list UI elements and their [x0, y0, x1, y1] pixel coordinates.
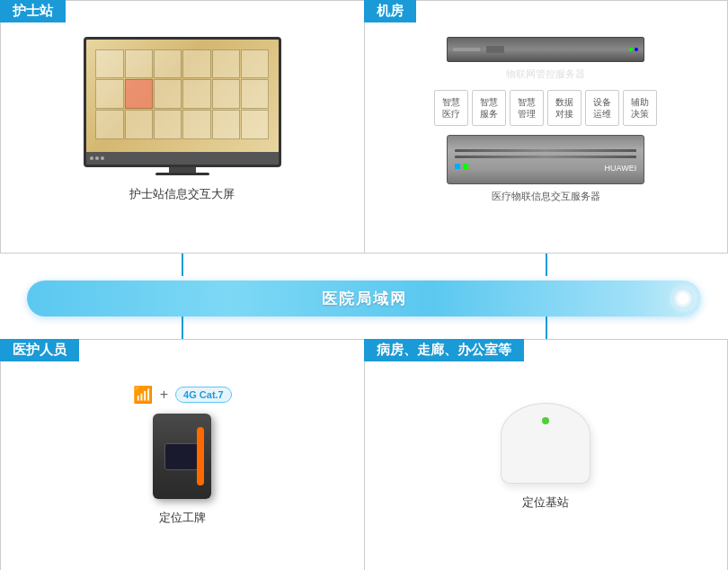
- server-brand: HUAWEI: [605, 164, 637, 173]
- network-bar-text: 医院局域网: [322, 289, 407, 309]
- base-station: [501, 403, 590, 484]
- floor-cell-7: [95, 79, 123, 109]
- server-light-1: [629, 48, 633, 51]
- top-row: 护士站: [0, 0, 728, 254]
- floor-cell-15: [154, 110, 182, 139]
- badge-area: 📶 + 4G Cat.7: [133, 385, 232, 499]
- screen-inner: [86, 40, 279, 152]
- bar-dot-1: [90, 156, 93, 160]
- rooms-label: 病房、走廊、办公室等: [364, 339, 524, 361]
- bottom-row: 医护人员 📶 + 4G Cat.7 定位工牌 病房、走廊、办公: [0, 339, 728, 570]
- floor-cell-17: [212, 110, 240, 139]
- server-lights-row: HUAWEI: [455, 164, 636, 173]
- feature-box-1: 智慧医疗: [434, 90, 468, 126]
- machine-panel-content: 物联网管控服务器 智慧医疗 智慧服务 智慧管理 数据对接 设备运维 辅助决策: [365, 1, 728, 253]
- conn-right-top: [364, 254, 728, 281]
- location-panel-content: 定位基站: [365, 340, 728, 570]
- server-light-sq-2: [463, 164, 468, 169]
- right-vertical-line-top: [546, 254, 547, 276]
- conn-right-bottom: [364, 316, 728, 339]
- feature-box-2: 智慧服务: [472, 90, 506, 126]
- iot-server-label: 物联网管控服务器: [506, 67, 585, 81]
- machine-room-panel: 机房 物联网管控服务器 智慧医疗 智慧服务 智慧管理 数: [364, 0, 729, 254]
- floor-cell-16: [182, 110, 210, 139]
- network-bar-row: 医院局域网: [0, 281, 728, 316]
- machine-room-label: 机房: [364, 0, 416, 22]
- floor-cell-5: [212, 49, 240, 79]
- nurse-screen-device: [84, 37, 281, 167]
- nurse-device-label: 护士站信息交互大屏: [129, 186, 235, 202]
- floor-cell-18: [241, 110, 269, 139]
- right-vertical-line-bottom: [546, 316, 547, 339]
- floor-cell-12: [241, 79, 269, 109]
- floor-cell-11: [212, 79, 240, 109]
- rooms-device-label: 定位基站: [522, 494, 569, 511]
- floor-cell-4: [182, 49, 210, 79]
- nurse-station-label: 护士站: [0, 0, 66, 22]
- left-vertical-line-bottom: [182, 316, 183, 339]
- bar-dot-2: [95, 156, 99, 160]
- screen-bottom-bar: [86, 152, 279, 165]
- medical-panel-content: 📶 + 4G Cat.7 定位工牌: [1, 340, 364, 570]
- badge-screen: [164, 443, 200, 470]
- network-bar: 医院局域网: [27, 281, 701, 316]
- floor-cell-13: [95, 110, 123, 139]
- medical-staff-label: 医护人员: [0, 339, 79, 361]
- floor-cell-14: [125, 110, 153, 139]
- floor-grid: [95, 49, 269, 139]
- server-handle: [453, 48, 480, 51]
- feature-box-6: 辅助决策: [623, 90, 657, 126]
- feature-box-5: 设备运维: [585, 90, 619, 126]
- nurse-station-panel: 护士站: [0, 0, 364, 254]
- medical-server-label: 医疗物联信息交互服务器: [492, 190, 600, 203]
- conn-left-bottom: [0, 316, 364, 339]
- floor-cell-3: [154, 49, 182, 79]
- bottom-connectors: [0, 316, 728, 339]
- conn-left-top: [0, 254, 364, 281]
- badge-icons-row: 📶 + 4G Cat.7: [133, 385, 232, 405]
- main-container: 护士站: [0, 0, 728, 570]
- medical-staff-device-label: 定位工牌: [159, 510, 206, 526]
- floor-cell-1: [95, 49, 123, 79]
- server-drive: [486, 46, 504, 53]
- id-badge: [153, 414, 211, 499]
- server-stripe-2: [455, 156, 636, 158]
- floor-plan: [86, 49, 279, 152]
- server-lights: [629, 48, 638, 51]
- iot-server-top: [447, 37, 644, 62]
- feature-box-3: 智慧管理: [510, 90, 544, 126]
- base-station-light: [542, 417, 549, 424]
- bluetooth-icon: 📶: [133, 385, 153, 405]
- floor-cell-10: [182, 79, 210, 109]
- floor-cell-2: [125, 49, 153, 79]
- feature-box-4: 数据对接: [547, 90, 582, 126]
- server-stripe-1: [455, 149, 636, 152]
- medical-staff-panel: 医护人员 📶 + 4G Cat.7 定位工牌: [0, 339, 364, 570]
- network-bar-dot: [672, 288, 694, 309]
- bar-dot-3: [101, 156, 104, 160]
- top-connectors: [0, 254, 728, 281]
- nurse-panel-content: 护士站信息交互大屏: [1, 1, 364, 253]
- server-light-sq-1: [455, 164, 460, 169]
- server-light-2: [635, 48, 638, 51]
- screen-base: [155, 173, 209, 175]
- feature-boxes: 智慧医疗 智慧服务 智慧管理 数据对接 设备运维 辅助决策: [434, 90, 657, 126]
- badge-orange-strip: [197, 427, 204, 485]
- floor-cell-9: [154, 79, 182, 109]
- rooms-panel: 病房、走廊、办公室等 定位基站: [364, 339, 729, 570]
- floor-cell-8: [125, 79, 153, 109]
- medical-server-main: HUAWEI: [447, 135, 644, 184]
- floor-cell-6: [241, 49, 269, 79]
- plus-sign: +: [160, 387, 168, 403]
- left-vertical-line-top: [182, 254, 183, 276]
- signal-badge: 4G Cat.7: [175, 387, 232, 403]
